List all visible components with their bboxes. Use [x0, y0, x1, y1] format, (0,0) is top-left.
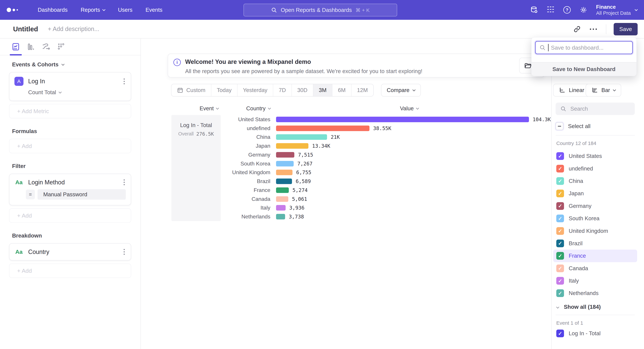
copy-link-icon[interactable]: [574, 25, 581, 33]
legend-label: Japan: [569, 190, 584, 197]
legend-item-germany[interactable]: Germany: [553, 200, 637, 212]
breakdown-kebab-icon[interactable]: [122, 248, 126, 256]
bar-segment[interactable]: [276, 152, 294, 158]
legend-item-south-korea[interactable]: South Korea: [553, 212, 637, 225]
range-yesterday[interactable]: Yesterday: [238, 84, 273, 96]
range-6m[interactable]: 6M: [332, 84, 352, 96]
apps-grid-icon[interactable]: [547, 6, 554, 14]
legend-item-japan[interactable]: Japan: [553, 187, 637, 200]
add-formula-button[interactable]: + Add: [9, 139, 131, 153]
legend-label: Brazil: [569, 240, 582, 247]
metric-kebab-icon[interactable]: [122, 77, 126, 85]
column-header-value[interactable]: Value: [400, 105, 418, 112]
bar-segment[interactable]: [276, 187, 289, 193]
query-builder-sidebar: Events & Cohorts A Log In Count Total + …: [0, 38, 141, 349]
range-7d[interactable]: 7D: [273, 84, 292, 96]
legend-checkbox[interactable]: [556, 227, 564, 235]
bar-segment[interactable]: [276, 214, 285, 219]
bar-segment[interactable]: [276, 205, 286, 211]
filter-card[interactable]: Aa Login Method = Manual Password: [9, 174, 131, 205]
nav-item-reports[interactable]: Reports: [81, 7, 105, 13]
events-cohorts-label[interactable]: Events & Cohorts: [12, 61, 131, 68]
range-custom[interactable]: Custom: [172, 84, 211, 96]
event-checkbox[interactable]: [556, 330, 564, 337]
filter-value[interactable]: Manual Password: [38, 189, 126, 200]
breakdown-card[interactable]: Aa Country: [9, 243, 131, 261]
compare-button[interactable]: Compare: [381, 84, 421, 96]
legend-item-brazil[interactable]: Brazil: [553, 237, 637, 250]
bar-segment[interactable]: [276, 134, 327, 140]
filter-property-name[interactable]: Login Method: [28, 179, 118, 186]
mixpanel-logo-icon[interactable]: [7, 8, 18, 12]
add-description-field[interactable]: + Add description...: [48, 25, 99, 32]
filter-kebab-icon[interactable]: [122, 178, 126, 186]
help-icon[interactable]: ?: [563, 6, 571, 14]
metric-event-name[interactable]: Log In: [28, 78, 118, 85]
metric-aggregation[interactable]: Count Total: [28, 89, 126, 95]
top-nav: DashboardsReportsUsersEvents Open Report…: [0, 0, 644, 20]
settings-gear-icon[interactable]: [580, 6, 587, 14]
tab-funnels[interactable]: [26, 41, 36, 52]
bar-segment[interactable]: [276, 143, 308, 149]
bar-segment[interactable]: [276, 170, 292, 175]
range-3m[interactable]: 3M: [313, 84, 332, 96]
bar-segment[interactable]: [276, 117, 529, 122]
legend-item-france[interactable]: France: [553, 250, 637, 262]
legend-item-undefined[interactable]: undefined: [553, 162, 637, 175]
nav-item-users[interactable]: Users: [118, 7, 132, 13]
global-search-input[interactable]: Open Reports & Dashboards ⌘ + K: [244, 4, 397, 16]
tab-flows[interactable]: [41, 41, 51, 52]
chart-type-dropdown[interactable]: Bar: [586, 84, 621, 96]
legend-item-china[interactable]: China: [553, 175, 637, 187]
save-button[interactable]: Save: [614, 23, 638, 35]
legend-checkbox[interactable]: [556, 165, 564, 172]
range-12m[interactable]: 12M: [352, 84, 373, 96]
select-all-checkbox[interactable]: [556, 122, 563, 130]
event-legend-row[interactable]: Log In - Total: [556, 330, 600, 337]
bar-segment[interactable]: [276, 196, 288, 202]
legend-checkbox[interactable]: [556, 152, 564, 160]
legend-item-italy[interactable]: Italy: [553, 275, 637, 287]
tab-retention[interactable]: [56, 41, 66, 52]
legend-checkbox[interactable]: [556, 277, 564, 285]
legend-checkbox[interactable]: [556, 252, 564, 260]
legend-checkbox[interactable]: [556, 215, 564, 222]
show-all-toggle[interactable]: Show all (184): [556, 304, 601, 310]
report-title[interactable]: Untitled: [13, 25, 38, 33]
tab-insights[interactable]: [11, 41, 20, 52]
legend-checkbox[interactable]: [556, 289, 564, 297]
range-today[interactable]: Today: [211, 84, 238, 96]
bar-segment[interactable]: [276, 179, 292, 184]
save-to-new-dashboard-button[interactable]: Save to New Dashboard: [532, 62, 636, 76]
legend-checkbox[interactable]: [556, 177, 564, 185]
project-selector[interactable]: Finance All Project Data: [596, 4, 637, 16]
data-management-icon[interactable]: [530, 6, 538, 14]
select-all-row[interactable]: Select all: [556, 122, 590, 130]
column-header-country[interactable]: Country: [246, 105, 270, 112]
bar-segment[interactable]: [276, 126, 370, 131]
legend-item-united-states[interactable]: United States: [553, 150, 637, 162]
save-dashboard-search-input[interactable]: Save to dashboard...: [535, 41, 633, 54]
add-breakdown-button[interactable]: + Add: [9, 264, 131, 278]
legend-label: United Kingdom: [569, 228, 608, 234]
legend-item-netherlands[interactable]: Netherlands: [553, 287, 637, 299]
legend-checkbox[interactable]: [556, 265, 564, 272]
bar-row-brazil: Brazil6,589: [172, 177, 546, 186]
range-30d[interactable]: 30D: [292, 84, 314, 96]
legend-checkbox[interactable]: [556, 240, 564, 247]
legend-item-canada[interactable]: Canada: [553, 262, 637, 275]
legend-checkbox[interactable]: [556, 190, 564, 197]
add-filter-button[interactable]: + Add: [9, 208, 131, 223]
nav-item-events[interactable]: Events: [146, 7, 162, 13]
breakdown-property-name[interactable]: Country: [28, 248, 118, 256]
legend-item-united-kingdom[interactable]: United Kingdom: [553, 225, 637, 237]
filter-operator[interactable]: =: [26, 190, 35, 199]
bar-segment[interactable]: [276, 161, 294, 166]
add-metric-button[interactable]: + Add Metric: [9, 104, 131, 118]
metric-card[interactable]: A Log In Count Total: [9, 72, 131, 101]
more-actions-icon[interactable]: [588, 27, 598, 31]
legend-search-input[interactable]: Search: [556, 103, 635, 115]
nav-item-dashboards[interactable]: Dashboards: [38, 7, 68, 13]
column-header-event[interactable]: Event: [200, 105, 218, 112]
legend-checkbox[interactable]: [556, 202, 564, 210]
